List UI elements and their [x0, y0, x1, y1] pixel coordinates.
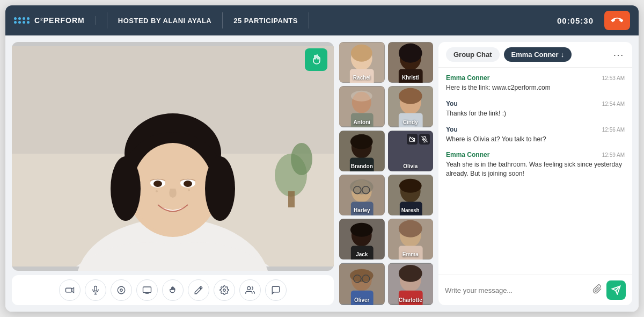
video-controls [12, 275, 334, 305]
raise-hand-button[interactable] [162, 279, 184, 301]
svg-rect-5 [288, 191, 295, 207]
participant-name-rachel: Rachel [339, 75, 385, 81]
message-2-text: Thanks for the link! :) [446, 109, 625, 118]
participant-tile-rachel[interactable]: Rachel [339, 42, 385, 83]
message-2: You 12:54 AM Thanks for the link! :) [446, 100, 625, 118]
svg-point-78 [398, 265, 422, 282]
screen-present-button[interactable] [136, 279, 158, 301]
svg-point-42 [398, 88, 422, 104]
annotate-button[interactable] [188, 279, 209, 301]
message-2-time: 12:54 AM [602, 101, 625, 107]
circle-icon [116, 285, 126, 295]
participant-tile-jack[interactable]: Jack [339, 219, 385, 260]
participants-grid: Rachel Khristi A [339, 42, 433, 305]
svg-point-30 [351, 45, 372, 62]
message-1-sender: Emma Conner [446, 74, 489, 82]
chat-button[interactable] [265, 279, 287, 301]
chat-panel: Group Chat Emma Conner ↓ ⋯ Emma Conner 1… [438, 42, 632, 305]
main-content: Rachel Khristi A [5, 35, 639, 312]
message-3-text: Where is Olivia at? You talk to her? [446, 135, 625, 144]
end-call-icon [611, 15, 623, 26]
participant-tile-harley[interactable]: Harley [339, 175, 385, 215]
participant-name-jack: Jack [339, 251, 385, 257]
dm-chevron-icon: ↓ [561, 51, 565, 59]
paperclip-icon [592, 284, 602, 294]
participant-tile-cindy[interactable]: Cindy [388, 86, 434, 127]
svg-point-59 [399, 179, 421, 193]
participant-name-harley: Harley [339, 207, 385, 213]
screen-share-button[interactable] [111, 279, 132, 301]
host-label: HOSTED BY ALANI AYALA [118, 17, 211, 25]
participant-tile-oliver[interactable]: Oliver [339, 263, 385, 305]
chat-more-button[interactable]: ⋯ [613, 48, 625, 61]
more-icon: ⋯ [613, 49, 625, 61]
dm-user-label: Emma Conner [511, 51, 559, 59]
participant-tile-naresh[interactable]: Naresh [388, 175, 434, 215]
message-3: You 12:56 AM Where is Olivia at? You tal… [446, 126, 625, 144]
dm-tab[interactable]: Emma Conner ↓ [504, 47, 572, 62]
participant-name-antoni: Antoni [339, 119, 385, 125]
participant-tile-charlotte[interactable]: Charlotte [388, 263, 434, 305]
svg-point-71 [350, 269, 374, 282]
header: C²PERFORM HOSTED BY ALANI AYALA 25 PARTI… [5, 5, 639, 35]
olivia-status-icons [407, 134, 430, 145]
camera-icon [65, 285, 75, 295]
message-4-text: Yeah she is in the bathroom. Was feeling… [446, 160, 625, 178]
message-4-time: 12:59 AM [602, 152, 625, 158]
settings-button[interactable] [214, 279, 235, 301]
svg-point-24 [120, 289, 123, 292]
camera-toggle-button[interactable] [59, 279, 80, 301]
message-4-meta: Emma Conner 12:59 AM [446, 151, 625, 158]
attach-button[interactable] [592, 284, 602, 297]
screen-icon [142, 285, 152, 295]
svg-rect-21 [66, 288, 72, 292]
header-divider-1 [107, 12, 107, 28]
participant-tile-emma[interactable]: Emma [388, 219, 434, 260]
mic-icon [91, 285, 100, 295]
send-icon [611, 285, 621, 295]
svg-point-17 [153, 181, 162, 187]
header-divider-2 [222, 12, 223, 28]
participant-tile-antoni[interactable]: Antoni [339, 86, 385, 127]
svg-point-13 [156, 190, 158, 192]
participant-name-brandon: Brandon [339, 163, 385, 169]
chat-input-area [438, 275, 632, 305]
mic-toggle-button[interactable] [85, 279, 106, 301]
participant-name-charlotte: Charlotte [388, 297, 434, 303]
participants-label: 25 PARTICIPANTS [233, 17, 298, 25]
message-3-sender: You [446, 126, 458, 133]
chat-icon [271, 285, 281, 295]
logo-text: C²PERFORM [34, 16, 85, 25]
main-video-feed [12, 42, 334, 271]
svg-point-26 [223, 289, 226, 292]
send-button[interactable] [606, 280, 626, 300]
participant-name-naresh: Naresh [388, 207, 434, 213]
svg-point-4 [291, 143, 312, 175]
svg-point-27 [247, 286, 251, 290]
olivia-mic-off-icon [419, 134, 430, 145]
message-1: Emma Conner 12:53 AM Here is the link: w… [446, 74, 625, 92]
participant-tile-brandon[interactable]: Brandon [339, 131, 385, 171]
svg-point-52 [350, 179, 374, 194]
logo: C²PERFORM [14, 16, 96, 25]
message-3-time: 12:56 AM [602, 127, 625, 133]
svg-point-14 [188, 189, 190, 191]
chat-header: Group Chat Emma Conner ↓ ⋯ [438, 42, 632, 68]
raise-hand-active-button[interactable] [305, 48, 327, 71]
timer: 00:05:30 [557, 16, 594, 25]
gear-icon [219, 285, 229, 295]
participant-name-cindy: Cindy [388, 119, 434, 125]
participant-tile-olivia[interactable]: Olivia [388, 131, 434, 171]
group-chat-tab[interactable]: Group Chat [446, 47, 500, 62]
message-2-meta: You 12:54 AM [446, 100, 625, 107]
video-area [12, 42, 334, 305]
participant-tile-khristi[interactable]: Khristi [388, 42, 434, 83]
participants-button[interactable] [239, 279, 261, 301]
participants-icon [245, 285, 255, 295]
header-divider-3 [309, 12, 309, 28]
chat-messages: Emma Conner 12:53 AM Here is the link: w… [438, 68, 632, 275]
end-call-button[interactable] [604, 11, 630, 30]
participant-name-oliver: Oliver [339, 297, 385, 303]
participant-name-emma: Emma [388, 251, 434, 257]
chat-input[interactable] [445, 286, 588, 294]
